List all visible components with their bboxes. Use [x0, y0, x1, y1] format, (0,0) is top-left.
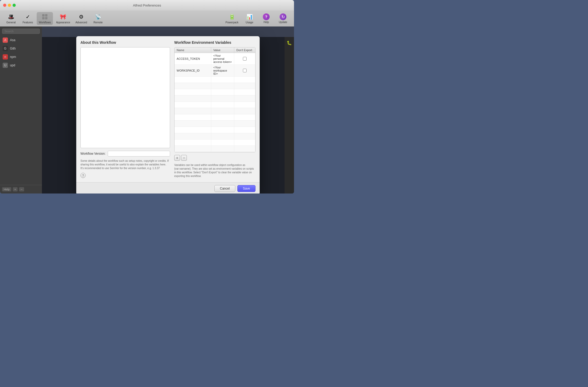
toolbar-item-powerpack[interactable]: 🔋 Powerpack [224, 12, 241, 25]
sidebar-remove-button[interactable]: − [19, 187, 24, 191]
sidebar-item-asana[interactable]: A Asa [0, 36, 42, 44]
npm-label: npm [10, 55, 16, 59]
about-workflow-title: About this Workflow [80, 40, 170, 45]
bug-icon[interactable]: 🐛 [286, 39, 293, 46]
advanced-label: Advanced [75, 21, 87, 24]
sidebar: A Asa G Gith n npm U upd Help + − [0, 26, 42, 194]
env-empty-row-3 [175, 89, 255, 95]
sidebar-search-container [0, 26, 42, 36]
svg-rect-3 [45, 17, 47, 19]
sidebar-bottom: Help + − [0, 185, 42, 194]
env-empty-row-1 [175, 77, 255, 83]
access-token-name: ACCESS_TOKEN [175, 53, 211, 64]
remove-env-var-button[interactable]: − [181, 155, 187, 161]
toolbar-item-features[interactable]: ✓ Features [20, 12, 36, 25]
powerpack-icon: 🔋 [228, 13, 236, 20]
appearance-label: Appearance [56, 21, 70, 24]
env-empty-row-6 [175, 108, 255, 114]
toolbar-item-help[interactable]: ? Help [258, 12, 274, 25]
dialog-overlay: About this Workflow Workflow Version: So… [42, 37, 294, 194]
workspace-id-value: <Your workspace ID> [211, 65, 234, 76]
workspace-id-name: WORKSPACE_ID [175, 65, 211, 76]
titlebar: Alfred Preferences [0, 0, 294, 10]
app-content: A Asa G Gith n npm U upd Help + − [0, 26, 294, 194]
npm-icon: n [3, 54, 8, 60]
window-controls [3, 4, 16, 7]
main-area: About this Workflow Workflow Version: So… [42, 26, 294, 194]
workflows-label: Workflows [39, 21, 51, 24]
minimize-button[interactable] [8, 4, 11, 7]
env-empty-row-8 [175, 121, 255, 127]
left-panel: About this Workflow Workflow Version: So… [80, 40, 170, 178]
access-token-checkbox[interactable] [243, 57, 247, 61]
asana-label: Asa [10, 38, 15, 42]
sidebar-help-button[interactable]: Help [2, 187, 11, 191]
env-table-header: Name Value Don't Export [175, 47, 255, 53]
toolbar-item-update[interactable]: ↻ Update [275, 12, 291, 25]
help-icon: ? [263, 13, 270, 20]
help-text: Some details about the workflow such as … [80, 159, 170, 170]
main-window: Alfred Preferences 🎩 General ✓ Features … [0, 0, 294, 194]
env-empty-row-11 [175, 139, 255, 146]
toolbar-item-remote[interactable]: 📡 Remote [90, 12, 106, 25]
svg-rect-2 [42, 17, 45, 19]
close-button[interactable] [3, 4, 6, 7]
maximize-button[interactable] [13, 4, 16, 7]
access-token-export [234, 53, 255, 64]
sidebar-search-input[interactable] [2, 29, 40, 34]
general-icon: 🎩 [7, 13, 15, 20]
toolbar-item-advanced[interactable]: ⚙ Advanced [73, 12, 89, 25]
env-empty-row-5 [175, 102, 255, 108]
toolbar-item-appearance[interactable]: 🎀 Appearance [54, 12, 72, 25]
save-button[interactable]: Save [237, 185, 255, 192]
remote-label: Remote [94, 21, 103, 24]
window-title: Alfred Preferences [133, 3, 161, 7]
usage-icon: 📊 [246, 13, 253, 20]
help-label: Help [264, 21, 269, 24]
workflow-description-textarea[interactable] [80, 47, 170, 148]
env-row-workspace-id: WORKSPACE_ID <Your workspace ID> [175, 65, 255, 77]
dont-export-column-header: Don't Export [234, 47, 255, 53]
toolbar-right: 🔋 Powerpack 📊 Usage ? Help ↻ Update [224, 12, 291, 25]
features-label: Features [23, 21, 33, 24]
svg-rect-0 [42, 14, 45, 17]
env-actions: + − [174, 155, 255, 161]
workflows-icon [41, 13, 48, 20]
env-empty-row-9 [175, 127, 255, 133]
workspace-id-checkbox[interactable] [243, 69, 247, 72]
workflow-dialog: About this Workflow Workflow Version: So… [76, 36, 260, 194]
sidebar-item-update[interactable]: U upd [0, 61, 42, 69]
update-workflow-icon: U [3, 63, 8, 68]
right-panel: Workflow Environment Variables Name Valu… [174, 40, 255, 178]
appearance-icon: 🎀 [59, 13, 67, 20]
cancel-button[interactable]: Cancel [214, 185, 235, 192]
env-empty-row-12 [175, 146, 255, 152]
toolbar-item-general[interactable]: 🎩 General [3, 12, 19, 25]
name-column-header: Name [175, 47, 211, 53]
usage-label: Usage [246, 21, 253, 24]
update-label: Update [279, 21, 287, 24]
sidebar-item-npm[interactable]: n npm [0, 53, 42, 61]
env-vars-title: Workflow Environment Variables [174, 40, 255, 45]
toolbar-item-workflows[interactable]: Workflows [37, 12, 53, 25]
sidebar-item-github[interactable]: G Gith [0, 44, 42, 53]
toolbar-item-usage[interactable]: 📊 Usage [242, 12, 257, 25]
help-circle-button[interactable]: ? [80, 173, 86, 178]
access-token-value: <Your personal access token> [211, 53, 234, 64]
features-icon: ✓ [24, 13, 31, 20]
env-empty-row-4 [175, 95, 255, 102]
env-empty-row-2 [175, 83, 255, 89]
remote-icon: 📡 [94, 13, 102, 20]
help-button-row: ? [80, 173, 170, 178]
version-label: Workflow Version: [80, 152, 106, 155]
toolbar: 🎩 General ✓ Features Workflows 🎀 Appeara… [0, 10, 294, 26]
right-sidebar: 🐛 [285, 37, 294, 194]
version-input[interactable] [108, 151, 170, 157]
github-icon: G [3, 46, 8, 51]
update-workflow-label: upd [10, 63, 15, 67]
add-env-var-button[interactable]: + [174, 155, 180, 161]
version-row: Workflow Version: [80, 151, 170, 157]
sidebar-add-button[interactable]: + [13, 187, 18, 191]
value-column-header: Value [211, 47, 234, 53]
env-empty-row-10 [175, 133, 255, 139]
